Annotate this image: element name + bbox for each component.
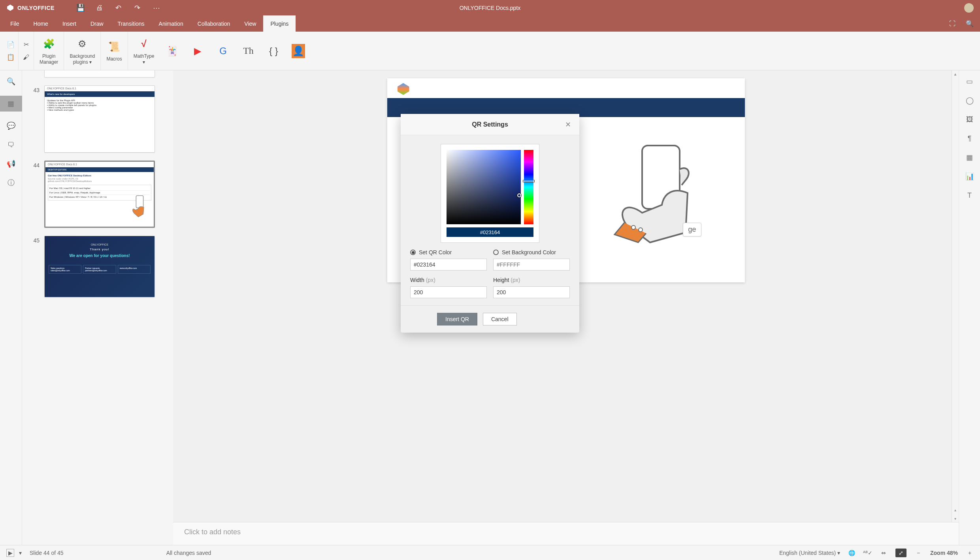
slide-counter: Slide 44 of 45	[30, 550, 64, 556]
set-bg-color-label: Set Background Color	[502, 249, 556, 255]
youtube-plugin[interactable]: ▶	[185, 32, 210, 70]
cancel-button[interactable]: Cancel	[483, 313, 517, 325]
tab-draw[interactable]: Draw	[83, 15, 111, 32]
mathtype-button[interactable]: √ MathType▾	[128, 32, 160, 70]
paste-icon[interactable]: 📋	[6, 53, 15, 62]
save-icon[interactable]: 💾	[77, 4, 85, 12]
translate-plugin[interactable]: G	[210, 32, 236, 70]
tab-home[interactable]: Home	[26, 15, 55, 32]
translate-icon: G	[216, 44, 230, 58]
width-input[interactable]	[410, 286, 487, 298]
thesaurus-icon: Th	[241, 44, 255, 58]
close-icon[interactable]: ✕	[565, 120, 573, 128]
tab-transitions[interactable]: Transitions	[111, 15, 152, 32]
width-label: Width (px)	[410, 277, 487, 283]
person-icon: 👤	[292, 44, 305, 58]
search-icon[interactable]: 🔍	[966, 20, 974, 28]
copy-icon[interactable]: 📄	[6, 40, 15, 49]
hue-cursor[interactable]	[523, 180, 535, 182]
bg-color-input[interactable]	[493, 259, 570, 271]
hue-slider[interactable]	[524, 150, 533, 224]
plugin-manager-button[interactable]: 🧩 PluginManager	[34, 32, 64, 70]
math-icon: √	[137, 37, 151, 51]
undo-icon[interactable]: ↶	[115, 4, 122, 12]
app-name: ONLYOFFICE	[17, 5, 55, 11]
set-qr-color-label: Set QR Color	[419, 249, 452, 255]
save-status: All changes saved	[166, 550, 211, 556]
radio-off-icon	[493, 250, 499, 255]
cut-icon[interactable]: ✂	[22, 40, 30, 49]
youtube-icon: ▶	[190, 44, 205, 58]
app-logo: ONLYOFFICE	[6, 4, 55, 12]
slideshow-dropdown-icon[interactable]: ▾	[19, 550, 22, 556]
zoom-label[interactable]: Zoom 48%	[930, 550, 958, 556]
tab-plugins[interactable]: Plugins	[263, 15, 296, 32]
hex-display: #023164	[447, 227, 533, 237]
language-selector[interactable]: English (United States) ▾	[779, 550, 840, 556]
puzzle-icon: 🧩	[42, 37, 56, 51]
open-location-icon[interactable]: ⛶	[948, 20, 956, 28]
statusbar: ▶ ▾ Slide 44 of 45 All changes saved Eng…	[0, 545, 980, 560]
insert-qr-button[interactable]: Insert QR	[437, 313, 477, 325]
code-plugin[interactable]: { }	[261, 32, 286, 70]
set-bg-color-radio[interactable]: Set Background Color	[493, 249, 570, 255]
height-input[interactable]	[493, 286, 570, 298]
start-slideshow-button[interactable]: ▶	[6, 549, 14, 557]
photo-plugin[interactable]: 👤	[286, 32, 311, 70]
zoom-out-button[interactable]: −	[914, 549, 922, 557]
tab-file[interactable]: File	[3, 15, 26, 32]
document-title: ONLYOFFICE Docs.pptx	[460, 5, 521, 11]
tab-view[interactable]: View	[237, 15, 263, 32]
sv-cursor[interactable]	[517, 193, 521, 197]
ribbon-plugins: 📄 📋 ✂ 🖌 🧩 PluginManager ⚙ Backgroundplug…	[0, 32, 980, 70]
macros-button[interactable]: 📜 Macros	[101, 32, 128, 70]
format-painter-icon[interactable]: 🖌	[22, 53, 30, 62]
thesaurus-plugin[interactable]: Th	[236, 32, 261, 70]
tab-insert[interactable]: Insert	[55, 15, 83, 32]
modal-overlay: QR Settings ✕ #023164	[0, 70, 980, 545]
zoom-in-button[interactable]: +	[966, 549, 974, 557]
fit-slide-icon[interactable]: ⤢	[895, 549, 906, 557]
background-plugins-button[interactable]: ⚙ Backgroundplugins ▾	[64, 32, 101, 70]
tab-collaboration[interactable]: Collaboration	[190, 15, 237, 32]
more-icon[interactable]: ⋯	[153, 4, 160, 12]
set-qr-color-radio[interactable]: Set QR Color	[410, 249, 487, 255]
user-avatar[interactable]	[964, 3, 974, 13]
height-label: Height (px)	[493, 277, 570, 283]
main-content: 🔍 ▦ 💬 🗨 📢 ⓘ 43 ONLYOFFICE Docs 8.1 What'…	[0, 70, 980, 545]
qr-color-input[interactable]	[410, 259, 487, 271]
globe-icon[interactable]: 🌐	[848, 549, 856, 557]
logo-icon	[6, 4, 14, 12]
braces-icon: { }	[266, 44, 281, 58]
spellcheck-icon[interactable]: ᴬᴮ✓	[864, 549, 872, 557]
macros-icon: 📜	[107, 40, 121, 54]
plugin-item-1[interactable]: 🃏	[160, 32, 185, 70]
print-icon[interactable]: 🖨	[96, 4, 104, 12]
saturation-value-box[interactable]	[447, 150, 521, 224]
toggle-icon: ⚙	[75, 37, 89, 51]
main-tabs: File Home Insert Draw Transitions Animat…	[0, 15, 980, 32]
titlebar: ONLYOFFICE 💾 🖨 ↶ ↷ ⋯ ONLYOFFICE Docs.ppt…	[0, 0, 980, 15]
redo-icon[interactable]: ↷	[134, 4, 141, 12]
radio-on-icon	[410, 250, 416, 255]
dialog-title: QR Settings	[472, 121, 508, 128]
color-picker: #023164	[441, 144, 539, 243]
tab-animation[interactable]: Animation	[152, 15, 190, 32]
fit-width-icon[interactable]: ⇔	[880, 549, 888, 557]
card-icon: 🃏	[165, 44, 179, 58]
qr-settings-dialog: QR Settings ✕ #023164	[401, 114, 579, 333]
